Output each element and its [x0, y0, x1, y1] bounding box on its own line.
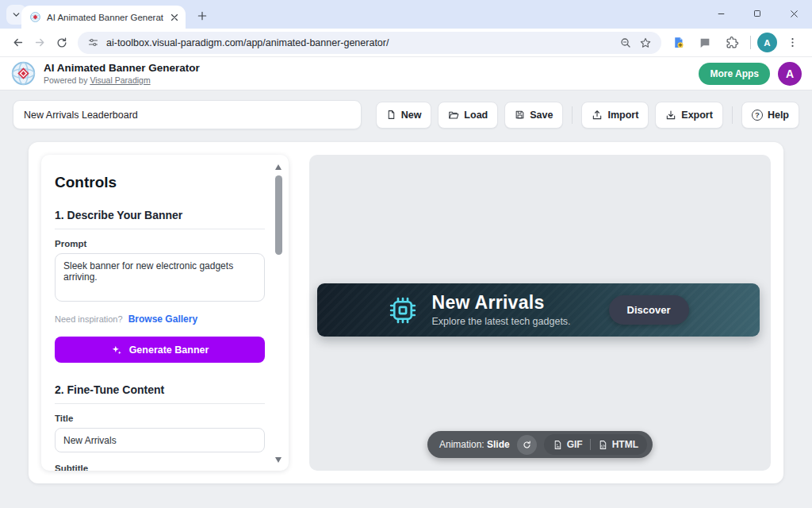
help-icon: ?: [752, 110, 763, 121]
plus-icon: [197, 10, 208, 21]
tab-close-icon[interactable]: [169, 12, 180, 23]
title-input[interactable]: [55, 428, 265, 452]
controls-heading: Controls: [55, 174, 265, 191]
html-file-icon: [598, 440, 608, 450]
help-button[interactable]: ? Help: [741, 102, 799, 129]
subtitle-label: Subtitle: [55, 464, 265, 471]
site-info-icon[interactable]: [87, 37, 99, 48]
bookmark-star-icon[interactable]: [639, 37, 652, 49]
window-minimize-button[interactable]: [703, 0, 739, 27]
import-button[interactable]: Import: [581, 102, 649, 129]
banner-title: New Arrivals: [431, 293, 570, 313]
favicon-icon: [29, 11, 41, 23]
browser-navbar: ai-toolbox.visual-paradigm.com/app/anima…: [0, 29, 812, 57]
controls-panel: Controls 1. Describe Your Banner Prompt …: [41, 155, 289, 471]
navbar-divider: [750, 36, 751, 49]
tab-title: AI Animated Banner Generator: [47, 13, 163, 22]
scroll-down-arrow-icon[interactable]: [275, 457, 282, 463]
visual-paradigm-logo-icon: [10, 60, 36, 87]
browser-menu-button[interactable]: [780, 32, 804, 54]
animation-control-bar: Animation: Slide GIF HTML: [427, 431, 653, 458]
section-divider: [55, 229, 265, 229]
toolbar-divider: [572, 106, 573, 124]
generate-banner-button[interactable]: Generate Banner: [55, 337, 265, 363]
side-panel-button[interactable]: [666, 32, 690, 54]
save-button[interactable]: Save: [504, 102, 563, 129]
back-icon: [11, 36, 25, 49]
refresh-icon: [522, 440, 532, 450]
new-button[interactable]: New: [376, 102, 432, 129]
project-toolbar: New Load Save Import Export ? Help: [0, 90, 812, 137]
app-title-block: AI Animated Banner Generator Powered by …: [44, 62, 200, 85]
scroll-up-arrow-icon[interactable]: [275, 164, 282, 170]
regenerate-animation-button[interactable]: [517, 435, 537, 455]
save-floppy-icon: [515, 110, 525, 120]
export-button[interactable]: Export: [655, 102, 723, 129]
browser-tab-active[interactable]: AI Animated Banner Generator: [21, 6, 186, 29]
reload-icon: [56, 37, 68, 49]
prompt-textarea[interactable]: Sleek banner for new electronic gadgets …: [55, 253, 265, 302]
navbar-right-icons: A: [666, 32, 806, 54]
minimize-icon: [716, 9, 726, 19]
zoom-icon[interactable]: [619, 37, 632, 49]
animation-status: Animation: Slide: [439, 439, 510, 450]
banner-subtitle: Explore the latest tech gadgets.: [431, 316, 570, 327]
extensions-button[interactable]: [720, 32, 744, 54]
banner-text-block: New Arrivals Explore the latest tech gad…: [431, 293, 570, 326]
open-folder-icon: [448, 110, 459, 121]
inspiration-text: Need inspiration?: [55, 314, 123, 324]
animation-value: Slide: [487, 439, 510, 450]
toolbar-divider: [732, 106, 733, 124]
url-text[interactable]: ai-toolbox.visual-paradigm.com/app/anima…: [106, 37, 612, 48]
close-icon: [789, 9, 799, 19]
app-header: AI Animated Banner Generator Powered by …: [0, 57, 812, 90]
banner-cta-button[interactable]: Discover: [609, 295, 689, 325]
step2-title: 2. Fine-Tune Content: [55, 383, 265, 396]
prompt-label: Prompt: [55, 239, 265, 248]
window-controls: [703, 0, 812, 27]
export-download-icon: [665, 110, 676, 121]
microchip-icon: [388, 295, 418, 325]
chevron-down-icon: [11, 10, 21, 20]
url-bar[interactable]: ai-toolbox.visual-paradigm.com/app/anima…: [78, 32, 661, 54]
import-upload-icon: [592, 110, 603, 121]
workspace-card: Controls 1. Describe Your Banner Prompt …: [29, 142, 783, 483]
generated-banner: New Arrivals Explore the latest tech gad…: [317, 283, 760, 337]
window-maximize-button[interactable]: [739, 0, 776, 27]
step1-title: 1. Describe Your Banner: [55, 209, 265, 221]
browse-gallery-link[interactable]: Browse Gallery: [128, 314, 197, 325]
gif-file-icon: [553, 440, 563, 450]
export-format-group: GIF HTML: [544, 434, 647, 455]
more-apps-button[interactable]: More Apps: [699, 63, 770, 85]
new-tab-button[interactable]: [193, 6, 212, 25]
puzzle-icon: [726, 36, 739, 49]
export-gif-button[interactable]: GIF: [553, 439, 583, 450]
app-user-avatar[interactable]: A: [778, 62, 802, 86]
browser-profile-avatar[interactable]: A: [757, 33, 777, 52]
inspiration-row: Need inspiration? Browse Gallery: [55, 314, 265, 325]
banner-preview-area: New Arrivals Explore the latest tech gad…: [309, 155, 771, 471]
controls-scrollbar-thumb[interactable]: [275, 175, 282, 255]
window-close-button[interactable]: [776, 0, 812, 27]
chat-bubble-icon: [699, 37, 711, 49]
sparkles-icon: [111, 344, 122, 356]
export-html-button[interactable]: HTML: [598, 439, 638, 450]
load-button[interactable]: Load: [438, 102, 498, 129]
maximize-icon: [753, 9, 762, 18]
visual-paradigm-link[interactable]: Visual Paradigm: [90, 75, 150, 85]
app-title: AI Animated Banner Generator: [44, 62, 200, 75]
doc-add-icon: [672, 36, 685, 49]
format-divider: [590, 439, 591, 450]
reload-button[interactable]: [51, 32, 73, 54]
app-identity: AI Animated Banner Generator Powered by …: [10, 60, 200, 87]
browser-tab-strip: AI Animated Banner Generator: [0, 0, 812, 29]
kebab-menu-icon: [787, 37, 799, 48]
forward-button[interactable]: [29, 32, 51, 54]
section-divider: [55, 403, 265, 404]
new-file-icon: [386, 110, 396, 120]
project-name-input[interactable]: [13, 100, 362, 129]
chat-bubble-button[interactable]: [693, 32, 717, 54]
back-button[interactable]: [6, 32, 29, 54]
title-label: Title: [55, 414, 265, 423]
powered-by: Powered by Visual Paradigm: [44, 75, 200, 85]
